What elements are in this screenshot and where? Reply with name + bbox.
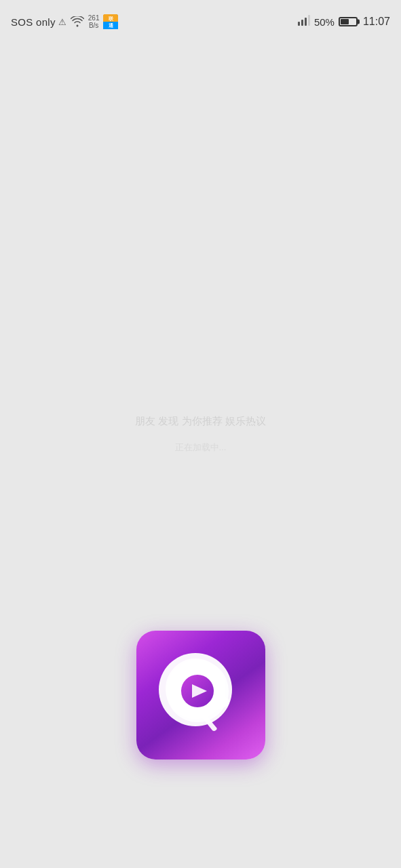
carrier-icon: 联 通 xyxy=(103,14,118,29)
battery-icon xyxy=(339,17,358,26)
loading-text-area: 朋友 发现 为你推荐 娱乐热议 正在加载中... xyxy=(135,415,266,454)
network-speed: 261 B/s xyxy=(88,14,100,29)
svg-text:联: 联 xyxy=(108,16,114,21)
app-icon xyxy=(136,631,265,760)
svg-rect-8 xyxy=(308,15,310,26)
wifi-icon xyxy=(71,16,84,27)
status-left-group: SOS only ⚠ 261 B/s 联 通 xyxy=(11,14,118,29)
status-bar: SOS only ⚠ 261 B/s 联 通 xyxy=(0,0,401,38)
svg-rect-6 xyxy=(301,20,303,26)
faint-nav-text: 朋友 发现 为你推荐 娱乐热议 xyxy=(135,415,266,428)
battery-percent-text: 50% xyxy=(314,16,335,28)
signal-bars-icon xyxy=(298,15,310,28)
exclamation-icon: ⚠ xyxy=(58,17,66,27)
sos-text: SOS only xyxy=(11,16,56,28)
app-logo-svg xyxy=(153,648,248,743)
svg-rect-7 xyxy=(305,18,307,26)
svg-text:通: 通 xyxy=(109,22,114,28)
svg-rect-5 xyxy=(298,22,300,26)
time-display: 11:07 xyxy=(363,16,390,28)
app-icon-container xyxy=(136,631,265,760)
faint-loading-text: 正在加载中... xyxy=(135,441,266,454)
status-right-group: 50% 11:07 xyxy=(298,15,390,28)
